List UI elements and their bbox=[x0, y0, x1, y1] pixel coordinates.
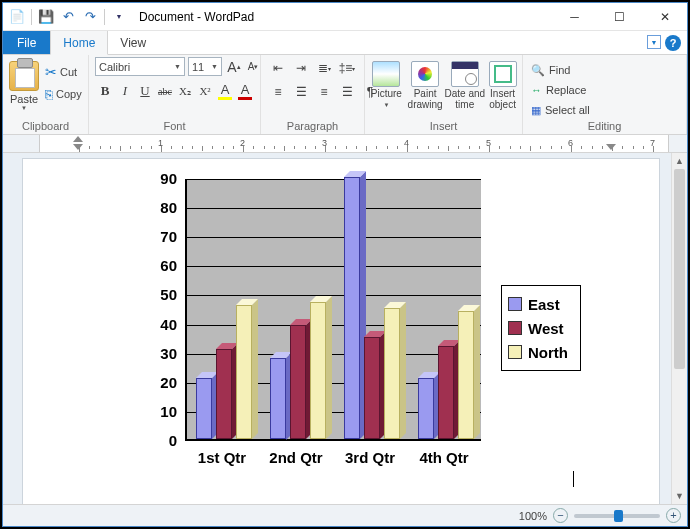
chart-bar bbox=[438, 346, 454, 439]
x-tick-label: 4th Qtr bbox=[407, 449, 481, 466]
paragraph-label: Paragraph bbox=[267, 120, 358, 134]
grow-font-button[interactable]: A▴ bbox=[225, 57, 243, 76]
status-bar: 100% − + bbox=[3, 504, 687, 526]
picture-button[interactable]: Picture ▼ bbox=[367, 57, 406, 108]
file-tab[interactable]: File bbox=[3, 31, 50, 54]
y-tick-label: 10 bbox=[131, 403, 177, 420]
clipboard-label: Clipboard bbox=[9, 120, 82, 134]
dec-indent-button[interactable]: ⇤ bbox=[267, 57, 289, 79]
close-button[interactable]: ✕ bbox=[642, 3, 687, 31]
minimize-button[interactable]: ─ bbox=[552, 3, 597, 31]
save-button[interactable]: 💾 bbox=[36, 7, 56, 27]
chart-legend: EastWestNorth bbox=[501, 285, 581, 371]
inc-indent-button[interactable]: ⇥ bbox=[290, 57, 312, 79]
paint-drawing-button[interactable]: Paint drawing bbox=[406, 57, 445, 110]
ribbon: Paste ▼ ✂ Cut ⎘ Copy Clipboard bbox=[3, 55, 687, 135]
align-left-button[interactable]: ≡ bbox=[267, 81, 289, 103]
first-line-indent-marker[interactable] bbox=[73, 136, 83, 142]
highlight-button[interactable]: A bbox=[215, 80, 235, 102]
qat-customize-button[interactable]: ▼ bbox=[109, 7, 129, 27]
scroll-down-arrow[interactable]: ▼ bbox=[672, 488, 687, 504]
qat-separator bbox=[104, 9, 105, 25]
zoom-slider[interactable] bbox=[574, 514, 660, 518]
italic-button[interactable]: I bbox=[115, 80, 135, 102]
legend-label: North bbox=[528, 344, 568, 361]
zoom-slider-knob[interactable] bbox=[614, 510, 623, 522]
left-indent-marker[interactable] bbox=[73, 144, 83, 150]
view-tab[interactable]: View bbox=[108, 31, 159, 54]
picture-icon bbox=[372, 61, 400, 87]
find-label: Find bbox=[549, 64, 570, 76]
wordpad-icon[interactable]: 📄 bbox=[7, 7, 27, 27]
help-icon[interactable]: ? bbox=[665, 35, 681, 51]
text-caret bbox=[573, 471, 574, 487]
font-name-select[interactable]: Calibri ▼ bbox=[95, 57, 185, 76]
date-icon bbox=[451, 61, 479, 87]
insert-object-button[interactable]: Insert object bbox=[485, 57, 520, 110]
select-all-icon: ▦ bbox=[531, 104, 541, 117]
subscript-button[interactable]: X₂ bbox=[175, 80, 195, 102]
chart-bar bbox=[290, 325, 306, 439]
insert-label: Insert bbox=[367, 120, 520, 134]
align-center-button[interactable]: ☰ bbox=[290, 81, 312, 103]
justify-button[interactable]: ☰ bbox=[336, 81, 358, 103]
scroll-thumb[interactable] bbox=[674, 169, 685, 369]
font-name-value: Calibri bbox=[99, 61, 130, 73]
find-icon: 🔍 bbox=[531, 64, 545, 77]
embedded-chart[interactable]: EastWestNorth 01020304050607080901st Qtr… bbox=[131, 173, 601, 487]
object-label: Insert object bbox=[489, 89, 516, 110]
bullets-button[interactable]: ≣▾ bbox=[313, 57, 335, 79]
legend-swatch bbox=[508, 345, 522, 359]
line-spacing-button[interactable]: ‡≡▾ bbox=[336, 57, 358, 79]
underline-button[interactable]: U bbox=[135, 80, 155, 102]
cut-button[interactable]: ✂ Cut bbox=[43, 61, 84, 83]
bold-button[interactable]: B bbox=[95, 80, 115, 102]
paste-button[interactable]: Paste ▼ bbox=[9, 57, 39, 111]
copy-icon: ⎘ bbox=[45, 87, 53, 102]
ruler[interactable]: 1234567 bbox=[3, 135, 687, 153]
select-all-button[interactable]: ▦ Select all bbox=[529, 100, 592, 120]
zoom-level: 100% bbox=[519, 510, 547, 522]
legend-label: West bbox=[528, 320, 564, 337]
chart-bar bbox=[236, 305, 252, 439]
cut-label: Cut bbox=[60, 66, 77, 78]
y-tick-label: 50 bbox=[131, 286, 177, 303]
align-right-button[interactable]: ≡ bbox=[313, 81, 335, 103]
chart-bar bbox=[310, 302, 326, 439]
font-color bbox=[238, 97, 252, 100]
legend-label: East bbox=[528, 296, 560, 313]
page[interactable]: EastWestNorth 01020304050607080901st Qtr… bbox=[23, 159, 659, 504]
strike-button[interactable]: abc bbox=[155, 80, 175, 102]
picture-label: Picture bbox=[371, 89, 402, 100]
date-time-button[interactable]: Date and time bbox=[444, 57, 485, 110]
redo-button[interactable]: ↷ bbox=[80, 7, 100, 27]
paragraph-group: ⇤ ⇥ ≣▾ ‡≡▾ ≡ ☰ ≡ ☰ ¶ Paragraph bbox=[261, 55, 365, 134]
font-size-select[interactable]: 11 ▼ bbox=[188, 57, 222, 76]
tabs-row: File Home View ▼ ? bbox=[3, 31, 687, 55]
document-area: EastWestNorth 01020304050607080901st Qtr… bbox=[3, 153, 687, 504]
chart-bar bbox=[384, 308, 400, 439]
ruler-scale bbox=[39, 135, 669, 152]
maximize-button[interactable]: ☐ bbox=[597, 3, 642, 31]
undo-button[interactable]: ↶ bbox=[58, 7, 78, 27]
zoom-out-button[interactable]: − bbox=[553, 508, 568, 523]
copy-button[interactable]: ⎘ Copy bbox=[43, 83, 84, 105]
superscript-button[interactable]: X² bbox=[195, 80, 215, 102]
font-color-button[interactable]: A bbox=[235, 80, 255, 102]
y-tick-label: 20 bbox=[131, 374, 177, 391]
zoom-in-button[interactable]: + bbox=[666, 508, 681, 523]
legend-swatch bbox=[508, 321, 522, 335]
y-tick-label: 90 bbox=[131, 170, 177, 187]
replace-button[interactable]: ↔ Replace bbox=[529, 80, 592, 100]
find-button[interactable]: 🔍 Find bbox=[529, 60, 592, 80]
chevron-down-icon: ▼ bbox=[174, 63, 181, 70]
home-tab[interactable]: Home bbox=[50, 31, 108, 55]
right-indent-marker[interactable] bbox=[606, 144, 616, 150]
scroll-up-arrow[interactable]: ▲ bbox=[672, 153, 687, 169]
vertical-scrollbar[interactable]: ▲ ▼ bbox=[671, 153, 687, 504]
y-tick-label: 70 bbox=[131, 228, 177, 245]
paint-icon bbox=[411, 61, 439, 87]
chart-bar bbox=[458, 311, 474, 439]
shrink-font-button[interactable]: A▾ bbox=[244, 57, 262, 76]
ribbon-minimize-button[interactable]: ▼ bbox=[647, 35, 661, 49]
